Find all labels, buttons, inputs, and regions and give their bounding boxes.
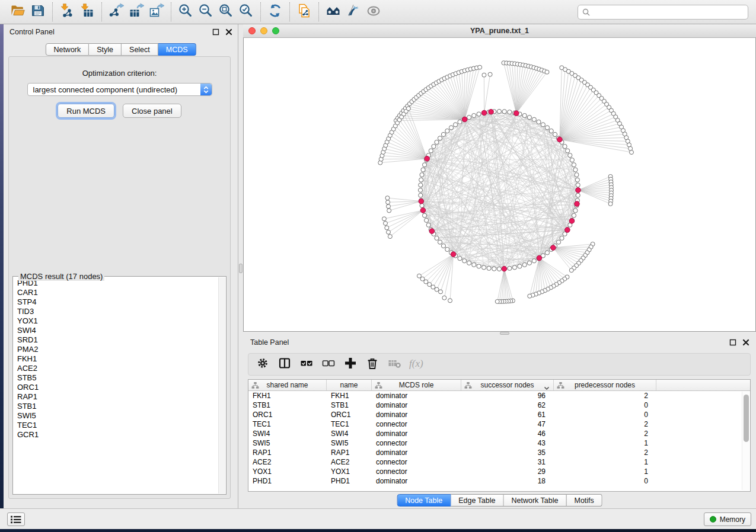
mcds-node-item[interactable]: STB1 bbox=[17, 402, 226, 411]
mcds-node-item[interactable]: TEC1 bbox=[17, 421, 226, 430]
network-window-titlebar[interactable]: YPA_prune.txt_1 bbox=[243, 24, 756, 38]
delete-columns-button[interactable] bbox=[364, 356, 381, 373]
float-panel-icon[interactable] bbox=[212, 28, 220, 36]
mcds-node-item[interactable]: SWI4 bbox=[17, 326, 226, 335]
table-cell[interactable]: 35 bbox=[461, 448, 554, 457]
mcds-node-item[interactable]: CAR1 bbox=[17, 288, 226, 297]
mcds-node-item[interactable]: ORC1 bbox=[17, 383, 226, 392]
column-header-name[interactable]: name bbox=[327, 380, 372, 390]
create-column-button[interactable] bbox=[342, 356, 359, 373]
table-cell[interactable]: 31 bbox=[461, 457, 554, 467]
table-cell[interactable]: 1 bbox=[554, 467, 656, 476]
zoom-in-button[interactable] bbox=[176, 2, 196, 22]
show-columns-button[interactable] bbox=[276, 356, 293, 373]
table-scrollbar[interactable] bbox=[742, 392, 749, 490]
hide-selected-button[interactable] bbox=[343, 2, 363, 22]
table-cell[interactable]: SWI4 bbox=[248, 429, 327, 438]
tab-motifs[interactable]: Motifs bbox=[566, 494, 602, 507]
apply-layout-button[interactable] bbox=[265, 2, 285, 22]
table-row[interactable]: TEC1TEC1connector472 bbox=[248, 419, 742, 429]
table-cell[interactable]: dominator bbox=[372, 429, 461, 438]
table-cell[interactable]: ORC1 bbox=[327, 410, 372, 419]
table-cell[interactable]: dominator bbox=[372, 400, 461, 410]
table-cell[interactable]: PHD1 bbox=[327, 476, 372, 486]
table-row[interactable]: FKH1FKH1dominator962 bbox=[248, 391, 742, 400]
search-box[interactable] bbox=[578, 5, 748, 20]
table-cell[interactable]: PHD1 bbox=[248, 476, 327, 486]
network-canvas[interactable] bbox=[243, 38, 756, 332]
show-all-button[interactable] bbox=[363, 2, 384, 22]
criterion-select[interactable]: largest connected component (undirected) bbox=[27, 83, 212, 96]
table-row[interactable]: RAP1RAP1dominator352 bbox=[248, 448, 742, 457]
table-cell[interactable]: YOX1 bbox=[327, 467, 372, 476]
save-session-button[interactable] bbox=[28, 2, 48, 22]
column-header-mcds-role[interactable]: MCDS role bbox=[372, 380, 461, 390]
table-cell[interactable]: dominator bbox=[372, 448, 461, 457]
first-neighbors-button[interactable] bbox=[323, 2, 343, 22]
mcds-node-item[interactable]: SWI5 bbox=[17, 411, 226, 421]
run-mcds-button[interactable]: Run MCDS bbox=[58, 104, 114, 118]
table-row[interactable]: PHD1PHD1dominator180 bbox=[248, 476, 742, 486]
table-cell[interactable]: STB1 bbox=[248, 400, 327, 410]
table-cell[interactable]: ACE2 bbox=[248, 457, 327, 467]
table-cell[interactable]: ORC1 bbox=[248, 410, 327, 419]
table-cell[interactable]: 43 bbox=[461, 438, 554, 448]
table-cell[interactable]: TEC1 bbox=[248, 419, 327, 429]
table-cell[interactable]: connector bbox=[372, 457, 461, 467]
table-cell[interactable]: SWI5 bbox=[327, 438, 372, 448]
search-input[interactable] bbox=[591, 7, 748, 18]
clone-network-button[interactable] bbox=[294, 2, 314, 22]
task-history-button[interactable] bbox=[7, 512, 25, 526]
import-table-button[interactable] bbox=[77, 2, 97, 22]
zoom-selected-button[interactable] bbox=[236, 2, 256, 22]
table-row[interactable]: ORC1ORC1dominator610 bbox=[248, 410, 742, 419]
mcds-node-item[interactable]: TID3 bbox=[17, 307, 226, 316]
table-cell[interactable]: FKH1 bbox=[327, 391, 372, 400]
table-cell[interactable]: 29 bbox=[461, 467, 554, 476]
table-cell[interactable]: SWI4 bbox=[327, 429, 372, 438]
tab-node-table[interactable]: Node Table bbox=[397, 494, 451, 507]
maximize-window-button[interactable] bbox=[272, 27, 279, 34]
table-row[interactable]: SWI5SWI5connector431 bbox=[248, 438, 742, 448]
close-window-button[interactable] bbox=[248, 27, 256, 34]
scrollbar-thumb[interactable] bbox=[744, 395, 749, 442]
export-table-button[interactable] bbox=[126, 2, 146, 22]
fit-content-button[interactable] bbox=[216, 2, 236, 22]
table-cell[interactable]: 2 bbox=[554, 391, 656, 400]
table-cell[interactable]: connector bbox=[372, 419, 461, 429]
table-cell[interactable]: dominator bbox=[372, 410, 461, 419]
mcds-node-item[interactable]: RAP1 bbox=[17, 392, 226, 402]
table-cell[interactable]: 62 bbox=[461, 400, 554, 410]
table-cell[interactable]: 0 bbox=[554, 400, 656, 410]
tab-mcds[interactable]: MCDS bbox=[158, 43, 196, 56]
vertical-splitter[interactable] bbox=[238, 24, 243, 508]
close-panel-icon[interactable] bbox=[225, 28, 233, 36]
close-panel-button[interactable]: Close panel bbox=[123, 104, 181, 118]
column-header-successor-nodes[interactable]: successor nodes bbox=[461, 380, 554, 390]
table-cell[interactable]: 96 bbox=[461, 391, 554, 400]
mcds-node-item[interactable]: STP4 bbox=[17, 297, 226, 307]
column-header-predecessor-nodes[interactable]: predecessor nodes bbox=[554, 380, 656, 390]
table-cell[interactable]: 47 bbox=[461, 419, 554, 429]
mcds-result-list[interactable]: PHD1CAR1STP4TID3YOX1SWI4SRD1PMA2FKH1ACE2… bbox=[13, 277, 226, 440]
table-cell[interactable]: TEC1 bbox=[327, 419, 372, 429]
table-cell[interactable]: 46 bbox=[461, 429, 554, 438]
table-cell[interactable]: connector bbox=[372, 467, 461, 476]
unselect-all-columns-button[interactable] bbox=[320, 356, 337, 373]
table-cell[interactable]: 0 bbox=[554, 476, 656, 486]
table-cell[interactable]: connector bbox=[372, 438, 461, 448]
table-cell[interactable]: 2 bbox=[554, 429, 656, 438]
mcds-list-scrollbar[interactable] bbox=[218, 277, 225, 493]
mcds-node-item[interactable]: GCR1 bbox=[17, 430, 226, 440]
import-network-button[interactable] bbox=[57, 2, 77, 22]
table-cell[interactable]: 1 bbox=[554, 457, 656, 467]
table-cell[interactable]: FKH1 bbox=[248, 391, 327, 400]
table-cell[interactable]: 2 bbox=[554, 448, 656, 457]
table-cell[interactable]: STB1 bbox=[327, 400, 372, 410]
table-cell[interactable]: RAP1 bbox=[327, 448, 372, 457]
memory-button[interactable]: Memory bbox=[704, 512, 751, 526]
splitter-handle[interactable] bbox=[239, 264, 243, 273]
table-mode-gear-button[interactable] bbox=[254, 356, 271, 373]
table-cell[interactable]: 61 bbox=[461, 410, 554, 419]
tab-select[interactable]: Select bbox=[122, 43, 158, 56]
